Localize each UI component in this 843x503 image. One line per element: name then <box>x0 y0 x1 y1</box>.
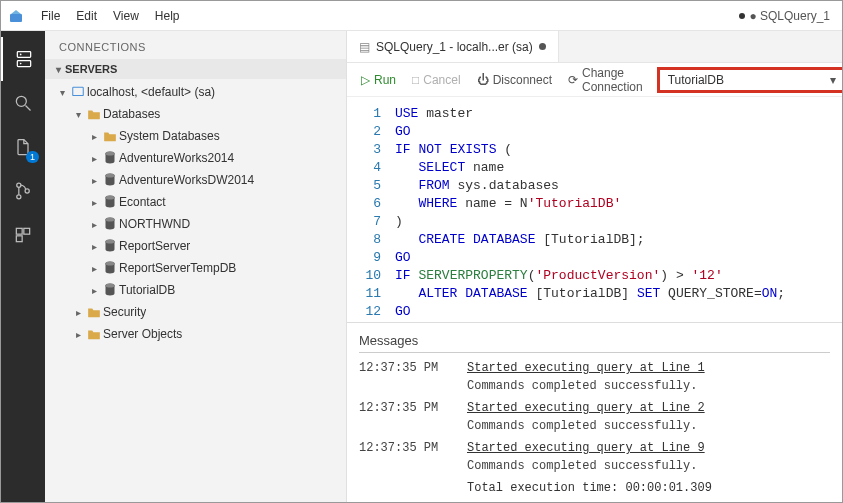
servers-section-label: SERVERS <box>65 63 117 75</box>
database-label: AdventureWorksDW2014 <box>119 173 254 187</box>
activity-search-icon[interactable] <box>1 81 45 125</box>
server-label: localhost, <default> (sa) <box>87 85 215 99</box>
database-node[interactable]: ▸System Databases <box>45 125 346 147</box>
database-label: ReportServerTempDB <box>119 261 236 275</box>
database-icon <box>101 195 119 209</box>
svg-point-20 <box>106 196 115 200</box>
database-node[interactable]: ▸NORTHWND <box>45 213 346 235</box>
run-button[interactable]: ▷ Run <box>355 70 402 90</box>
server-icon <box>69 85 87 99</box>
message-entry: 12:37:35 PMStarted executing query at Li… <box>359 361 830 375</box>
svg-point-24 <box>106 240 115 244</box>
message-head: Started executing query at Line 9 <box>467 441 705 455</box>
database-select-value: TutorialDB <box>668 73 724 87</box>
code-editor[interactable]: 123456789101112 USE masterGOIF NOT EXIST… <box>347 97 842 322</box>
database-label: TutorialDB <box>119 283 175 297</box>
svg-point-4 <box>20 63 22 65</box>
databases-node[interactable]: ▾ Databases <box>45 103 346 125</box>
chevron-right-icon: ▸ <box>71 307 85 318</box>
svg-rect-1 <box>17 52 30 58</box>
message-sub: Commands completed successfully. <box>467 379 830 393</box>
server-node[interactable]: ▾ localhost, <default> (sa) <box>45 81 346 103</box>
window-title: ● SQLQuery_1 <box>749 9 836 23</box>
database-icon <box>101 217 119 231</box>
svg-point-5 <box>16 96 26 106</box>
chevron-down-icon: ▾ <box>55 87 69 98</box>
cancel-label: Cancel <box>423 73 460 87</box>
svg-point-3 <box>20 54 22 56</box>
code-content[interactable]: USE masterGOIF NOT EXISTS ( SELECT name … <box>391 97 785 322</box>
activity-source-control-icon[interactable] <box>1 169 45 213</box>
svg-point-18 <box>106 174 115 178</box>
editor-tabbar: ▤ SQLQuery_1 - localh...er (sa) <box>347 31 842 63</box>
dirty-indicator-icon <box>739 13 745 19</box>
connection-icon: ⟳ <box>568 73 578 87</box>
database-label: AdventureWorks2014 <box>119 151 234 165</box>
menubar: FileEditViewHelp ● SQLQuery_1 <box>1 1 842 31</box>
activity-extensions-icon[interactable] <box>1 213 45 257</box>
change-connection-button[interactable]: ⟳ Change Connection <box>562 63 649 97</box>
database-node[interactable]: ▸ReportServerTempDB <box>45 257 346 279</box>
svg-point-8 <box>17 195 21 199</box>
svg-rect-0 <box>10 14 22 22</box>
message-time: 12:37:35 PM <box>359 441 449 455</box>
svg-point-26 <box>106 262 115 266</box>
stop-icon: □ <box>412 73 419 87</box>
svg-line-6 <box>26 106 31 111</box>
security-node[interactable]: ▸ Security <box>45 301 346 323</box>
svg-point-9 <box>25 189 29 193</box>
database-label: System Databases <box>119 129 220 143</box>
database-select[interactable]: TutorialDB ▾ <box>657 67 843 93</box>
message-head: Started executing query at Line 1 <box>467 361 705 375</box>
database-node[interactable]: ▸AdventureWorksDW2014 <box>45 169 346 191</box>
disconnect-icon: ⏻ <box>477 73 489 87</box>
menu-edit[interactable]: Edit <box>68 5 105 27</box>
chevron-right-icon: ▸ <box>87 197 101 208</box>
disconnect-label: Disconnect <box>493 73 552 87</box>
database-label: ReportServer <box>119 239 190 253</box>
server-tree: ▾ localhost, <default> (sa) ▾ Databases … <box>45 79 346 353</box>
activity-bar: 1 <box>1 31 45 502</box>
database-node[interactable]: ▸ReportServer <box>45 235 346 257</box>
database-node[interactable]: ▸AdventureWorks2014 <box>45 147 346 169</box>
app-logo-icon <box>7 7 25 25</box>
tab-label: SQLQuery_1 - localh...er (sa) <box>376 40 533 54</box>
dirty-dot-icon <box>539 43 546 50</box>
security-label: Security <box>103 305 146 319</box>
cancel-button: □ Cancel <box>406 70 467 90</box>
chevron-down-icon: ▾ <box>51 64 65 75</box>
messages-total: Total execution time: 00:00:01.309 <box>467 481 830 495</box>
svg-rect-2 <box>17 61 30 67</box>
message-time: 12:37:35 PM <box>359 401 449 415</box>
menu-help[interactable]: Help <box>147 5 188 27</box>
svg-point-28 <box>106 284 115 288</box>
menu-view[interactable]: View <box>105 5 147 27</box>
svg-point-7 <box>17 183 21 187</box>
svg-point-22 <box>106 218 115 222</box>
message-sub: Commands completed successfully. <box>467 419 830 433</box>
database-node[interactable]: ▸Econtact <box>45 191 346 213</box>
line-gutter: 123456789101112 <box>347 97 391 322</box>
database-label: Econtact <box>119 195 166 209</box>
database-node[interactable]: ▸TutorialDB <box>45 279 346 301</box>
menu-file[interactable]: File <box>33 5 68 27</box>
svg-rect-12 <box>16 236 22 242</box>
chevron-right-icon: ▸ <box>71 329 85 340</box>
message-time: 12:37:35 PM <box>359 361 449 375</box>
server-objects-node[interactable]: ▸ Server Objects <box>45 323 346 345</box>
editor-tab[interactable]: ▤ SQLQuery_1 - localh...er (sa) <box>347 31 559 62</box>
database-icon <box>101 261 119 275</box>
activity-servers-icon[interactable] <box>1 37 45 81</box>
folder-icon <box>85 108 103 120</box>
database-icon <box>101 239 119 253</box>
messages-panel: Messages 12:37:35 PMStarted executing qu… <box>347 322 842 502</box>
connections-sidebar: CONNECTIONS ▾ SERVERS ▾ localhost, <defa… <box>45 31 347 502</box>
editor-area: ▤ SQLQuery_1 - localh...er (sa) ▷ Run □ … <box>347 31 842 502</box>
messages-header: Messages <box>359 329 830 353</box>
disconnect-button[interactable]: ⏻ Disconnect <box>471 70 558 90</box>
file-icon: ▤ <box>359 40 370 54</box>
play-icon: ▷ <box>361 73 370 87</box>
activity-explorer-icon[interactable]: 1 <box>1 125 45 169</box>
servers-section-header[interactable]: ▾ SERVERS <box>45 59 346 79</box>
query-toolbar: ▷ Run □ Cancel ⏻ Disconnect ⟳ Change Con… <box>347 63 842 97</box>
